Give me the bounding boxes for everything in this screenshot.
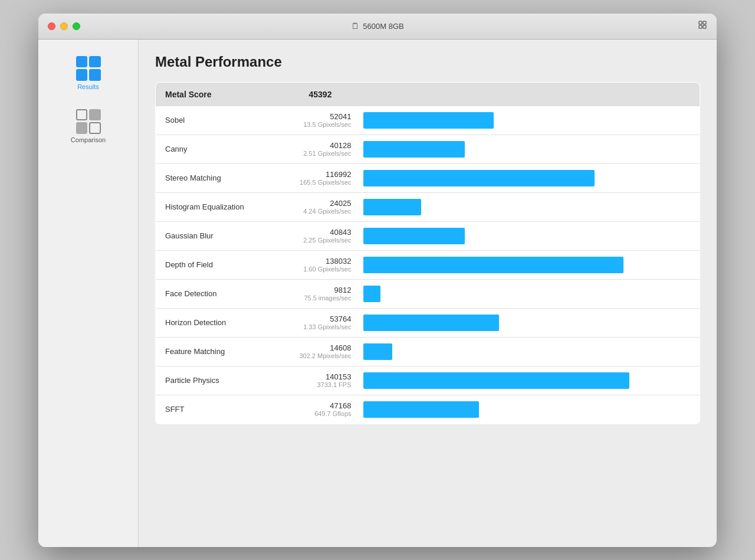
benchmark-table: Metal Score 45392 Sobel5204113.5 Gpixels… bbox=[155, 82, 700, 424]
row-bar bbox=[356, 279, 700, 308]
page-title: Metal Performance bbox=[155, 54, 700, 70]
results-icon bbox=[76, 56, 101, 81]
row-name: Particle Physics bbox=[156, 366, 285, 395]
row-bar bbox=[356, 366, 700, 395]
svg-rect-1 bbox=[703, 21, 706, 24]
sidebar: Results Comparison bbox=[38, 40, 139, 547]
row-score: 14608302.2 Mpixels/sec bbox=[285, 337, 356, 366]
table-row: Stereo Matching116992165.5 Gpixels/sec bbox=[156, 163, 700, 192]
row-score: 47168649.7 Gflops bbox=[285, 395, 356, 424]
row-score: 5204113.5 Gpixels/sec bbox=[285, 106, 356, 135]
titlebar: 🗒 5600M 8GB bbox=[38, 14, 717, 40]
fullscreen-button[interactable] bbox=[698, 20, 707, 32]
header-bar bbox=[356, 82, 700, 106]
comparison-label: Comparison bbox=[71, 136, 106, 143]
row-name: Stereo Matching bbox=[156, 163, 285, 192]
window-title: 5600M 8GB bbox=[363, 22, 403, 31]
row-name: Horizon Detection bbox=[156, 308, 285, 337]
sidebar-item-results[interactable]: Results bbox=[38, 51, 138, 95]
row-name: Sobel bbox=[156, 106, 285, 135]
maximize-button[interactable] bbox=[73, 22, 80, 30]
row-bar bbox=[356, 163, 700, 192]
table-row: Gaussian Blur408432.25 Gpixels/sec bbox=[156, 221, 700, 250]
main-content: Metal Performance Metal Score 45392 Sobe… bbox=[139, 40, 717, 547]
row-bar bbox=[356, 192, 700, 221]
table-row: Horizon Detection537641.33 Gpixels/sec bbox=[156, 308, 700, 337]
titlebar-center: 🗒 5600M 8GB bbox=[351, 21, 403, 31]
row-name: Histogram Equalization bbox=[156, 192, 285, 221]
row-name: Face Detection bbox=[156, 279, 285, 308]
row-score: 116992165.5 Gpixels/sec bbox=[285, 163, 356, 192]
table-row: Particle Physics1401533733.1 FPS bbox=[156, 366, 700, 395]
table-row: Sobel5204113.5 Gpixels/sec bbox=[156, 106, 700, 135]
table-row: SFFT47168649.7 Gflops bbox=[156, 395, 700, 424]
row-score: 537641.33 Gpixels/sec bbox=[285, 308, 356, 337]
close-button[interactable] bbox=[48, 22, 55, 30]
table-row: Face Detection981275.5 images/sec bbox=[156, 279, 700, 308]
table-row: Feature Matching14608302.2 Mpixels/sec bbox=[156, 337, 700, 366]
app-body: Results Comparison Metal Performance Met… bbox=[38, 40, 717, 547]
row-bar bbox=[356, 135, 700, 163]
row-bar bbox=[356, 395, 700, 424]
svg-rect-3 bbox=[703, 25, 706, 28]
table-row: Histogram Equalization240254.24 Gpixels/… bbox=[156, 192, 700, 221]
comparison-icon bbox=[76, 109, 101, 134]
row-name: Canny bbox=[156, 135, 285, 163]
row-score: 1401533733.1 FPS bbox=[285, 366, 356, 395]
table-header: Metal Score 45392 bbox=[156, 82, 700, 106]
header-name: Metal Score bbox=[156, 82, 285, 106]
row-score: 408432.25 Gpixels/sec bbox=[285, 221, 356, 250]
table-row: Canny401282.51 Gpixels/sec bbox=[156, 135, 700, 163]
row-bar bbox=[356, 221, 700, 250]
row-bar bbox=[356, 337, 700, 366]
row-name: SFFT bbox=[156, 395, 285, 424]
row-score: 401282.51 Gpixels/sec bbox=[285, 135, 356, 163]
row-score: 240254.24 Gpixels/sec bbox=[285, 192, 356, 221]
row-name: Gaussian Blur bbox=[156, 221, 285, 250]
row-score: 1380321.60 Gpixels/sec bbox=[285, 250, 356, 279]
minimize-button[interactable] bbox=[60, 22, 68, 30]
row-name: Depth of Field bbox=[156, 250, 285, 279]
sidebar-item-comparison[interactable]: Comparison bbox=[38, 104, 138, 148]
app-window: 🗒 5600M 8GB Results bbox=[38, 14, 717, 547]
traffic-lights bbox=[48, 22, 80, 30]
row-bar bbox=[356, 308, 700, 337]
row-bar bbox=[356, 106, 700, 135]
svg-rect-0 bbox=[699, 21, 702, 24]
row-name: Feature Matching bbox=[156, 337, 285, 366]
row-score: 981275.5 images/sec bbox=[285, 279, 356, 308]
header-score: 45392 bbox=[285, 82, 356, 106]
results-label: Results bbox=[77, 83, 99, 90]
table-row: Depth of Field1380321.60 Gpixels/sec bbox=[156, 250, 700, 279]
row-bar bbox=[356, 250, 700, 279]
document-icon: 🗒 bbox=[351, 21, 359, 31]
svg-rect-2 bbox=[699, 25, 702, 28]
